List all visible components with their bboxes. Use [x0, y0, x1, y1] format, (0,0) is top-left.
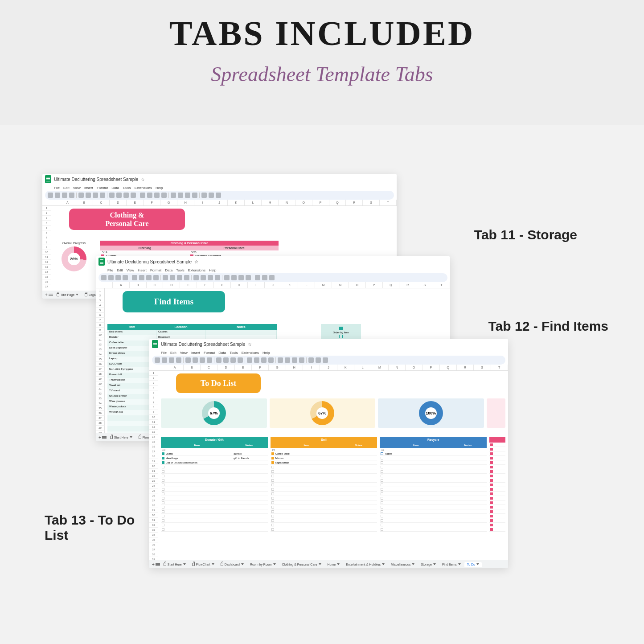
toolbar-button[interactable] [162, 357, 167, 363]
checkbox[interactable] [381, 524, 383, 526]
menu-edit[interactable]: Edit [117, 268, 123, 272]
toolbar-button[interactable] [178, 193, 183, 198]
checkbox[interactable] [162, 470, 164, 473]
checkbox[interactable] [381, 457, 383, 459]
checkbox[interactable] [490, 479, 493, 482]
toolbar-button[interactable] [109, 193, 115, 198]
toolbar-button[interactable] [255, 275, 260, 280]
toolbar-button[interactable] [163, 275, 168, 280]
checkbox[interactable] [162, 501, 164, 504]
toolbar-button[interactable] [132, 275, 137, 280]
sheet-tab[interactable]: Clothing & Personal Care [279, 562, 324, 567]
checkbox[interactable] [381, 461, 383, 464]
sheets-menu-icon[interactable] [102, 436, 107, 439]
list-item[interactable] [380, 500, 487, 505]
list-item[interactable] [380, 478, 487, 483]
menu-bar[interactable]: FileEditViewInsertFormatDataToolsExtensi… [96, 267, 450, 273]
menu-insert[interactable]: Insert [191, 351, 200, 355]
checkbox[interactable] [271, 501, 274, 504]
list-item[interactable]: Jeansdonate [161, 451, 268, 456]
toolbar-button[interactable] [209, 193, 214, 198]
list-item[interactable] [271, 496, 377, 500]
menu-format[interactable]: Format [204, 351, 215, 355]
toolbar-button[interactable] [230, 357, 236, 363]
checkbox[interactable] [490, 484, 493, 486]
list-item[interactable] [380, 492, 487, 496]
checkbox[interactable] [271, 484, 274, 486]
toolbar-button[interactable] [262, 275, 267, 280]
toolbar-button[interactable] [161, 193, 167, 198]
tab-title-page[interactable]: Title Page [54, 292, 81, 297]
menu-insert[interactable]: Insert [138, 268, 147, 272]
checkbox-order-location[interactable] [339, 335, 343, 338]
checkbox[interactable] [271, 492, 274, 495]
list-item[interactable] [271, 514, 377, 518]
checkbox[interactable] [271, 510, 274, 513]
checkbox[interactable] [490, 457, 493, 459]
menu-view[interactable]: View [127, 268, 134, 272]
checkbox[interactable] [271, 519, 274, 522]
toolbar-button[interactable] [299, 357, 304, 363]
sheets-menu-icon[interactable] [156, 563, 160, 566]
toolbar-button[interactable] [139, 275, 144, 280]
menu-file[interactable]: File [107, 268, 113, 272]
checkbox[interactable] [381, 475, 383, 477]
list-item[interactable] [161, 492, 268, 496]
sheet-tabs[interactable]: + Start HereFlowChartDashboardRoom by Ro… [149, 560, 508, 568]
toolbar-button[interactable] [192, 193, 197, 198]
list-item[interactable] [271, 478, 377, 483]
list-item[interactable] [161, 527, 268, 532]
list-item[interactable] [161, 478, 268, 483]
menu-help[interactable]: Help [209, 268, 216, 272]
checkbox[interactable] [381, 466, 383, 468]
checkbox[interactable] [271, 524, 274, 526]
checkbox[interactable] [381, 515, 383, 517]
checkbox[interactable] [490, 448, 493, 451]
checkbox[interactable] [490, 475, 493, 477]
list-item[interactable] [161, 505, 268, 509]
menu-bar[interactable]: FileEditViewInsertFormatDataToolsExtensi… [42, 185, 397, 191]
list-item[interactable] [161, 465, 268, 469]
checkbox[interactable] [381, 528, 383, 531]
checkbox[interactable] [490, 466, 493, 468]
checkbox[interactable] [490, 492, 493, 495]
list-item[interactable] [380, 514, 487, 518]
toolbar-button[interactable] [191, 275, 192, 280]
toolbar-button[interactable] [254, 357, 259, 363]
star-icon[interactable]: ☆ [141, 177, 145, 182]
toolbar-button[interactable] [246, 275, 251, 280]
checkbox[interactable] [490, 528, 493, 531]
menu-file[interactable]: File [161, 351, 167, 355]
add-sheet-icon[interactable]: + [45, 292, 48, 297]
checkbox[interactable] [490, 524, 493, 526]
menu-file[interactable]: File [54, 186, 60, 190]
menu-help[interactable]: Help [263, 351, 270, 355]
toolbar-button[interactable] [168, 193, 169, 198]
toolbar-button[interactable] [184, 275, 189, 280]
checkbox[interactable] [162, 492, 164, 495]
menu-format[interactable]: Format [97, 186, 108, 190]
checkbox[interactable] [271, 470, 274, 473]
tab-start-here[interactable]: Start Here [107, 435, 135, 440]
list-item[interactable] [271, 465, 377, 469]
checkbox[interactable] [271, 515, 274, 517]
sheet-tab[interactable]: Entertainment & Hobbies [343, 562, 387, 567]
toolbar-button[interactable] [130, 275, 130, 280]
toolbar-button[interactable] [247, 357, 252, 363]
checkbox[interactable] [271, 479, 274, 482]
checkbox[interactable] [271, 497, 274, 500]
list-item[interactable] [271, 518, 377, 523]
checkbox-order-item[interactable] [339, 327, 343, 330]
sheet-tab[interactable]: Storage [418, 562, 439, 567]
toolbar-button[interactable] [223, 357, 229, 363]
toolbar-button[interactable] [268, 357, 274, 363]
menu-extensions[interactable]: Extensions [188, 268, 205, 272]
toolbar-button[interactable] [193, 357, 198, 363]
toolbar-button[interactable] [323, 357, 328, 363]
toolbar-button[interactable] [278, 357, 283, 363]
checkbox[interactable] [381, 470, 383, 473]
checkbox[interactable] [381, 501, 383, 504]
toolbar-button[interactable] [131, 193, 136, 198]
toolbar-button[interactable] [216, 193, 221, 198]
checkbox[interactable] [271, 528, 274, 531]
